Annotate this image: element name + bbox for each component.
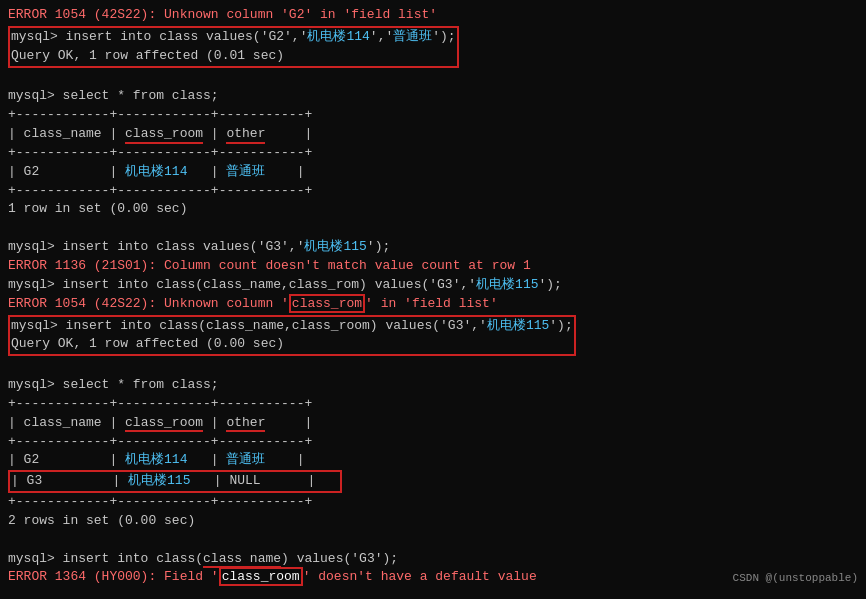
terminal-content: ERROR 1054 (42S22): Unknown column 'G2' … — [8, 6, 858, 587]
error-unknown-col: ERROR 1054 (42S22): Unknown column 'clas… — [8, 294, 498, 313]
table-border-2: +------------+------------+-----------+ — [8, 145, 312, 160]
table-row-g2: | G2 | 机电楼114 | 普通班 | — [8, 452, 304, 467]
select-prompt-2: mysql> select * from class; — [8, 377, 219, 392]
table-border-1: +------------+------------+-----------+ — [8, 107, 312, 122]
highlighted-block-2: mysql> insert into class(class_name,clas… — [8, 315, 576, 357]
highlighted-block-1: mysql> insert into class values('G2','机电… — [8, 26, 459, 68]
insert-prompt-g3-fail2: mysql> insert into class(class_name,clas… — [8, 277, 562, 292]
insert-prompt-g3-fail1: mysql> insert into class values('G3','机电… — [8, 239, 390, 254]
select-prompt-1: mysql> select * from class; — [8, 88, 219, 103]
rowcount-1: 1 row in set (0.00 sec) — [8, 201, 187, 216]
rowcount-2: 2 rows in set (0.00 sec) — [8, 513, 195, 528]
table-border-4: +------------+------------+-----------+ — [8, 396, 312, 411]
table-border-5: +------------+------------+-----------+ — [8, 434, 312, 449]
error-default-value: ERROR 1364 (HY000): Field 'class_room' d… — [8, 567, 537, 586]
line-error-1: ERROR 1054 (42S22): Unknown column 'G2' … — [8, 7, 437, 22]
insert-prompt-classname: mysql> insert into class(class name) val… — [8, 551, 398, 568]
table-border-6: +------------+------------+-----------+ — [8, 494, 312, 509]
table-header-2: | class_name | class_room | other | — [8, 415, 312, 432]
terminal-window: ERROR 1054 (42S22): Unknown column 'G2' … — [0, 0, 866, 599]
table-header-1: | class_name | class_room | other | — [8, 126, 312, 144]
error-col-count: ERROR 1136 (21S01): Column count doesn't… — [8, 258, 531, 273]
table-border-3: +------------+------------+-----------+ — [8, 183, 312, 198]
table-row-1: | G2 | 机电楼114 | 普通班 | — [8, 164, 304, 179]
watermark: CSDN @(unstoppable) — [733, 571, 858, 587]
table-row-g3: | G3 | 机电楼115 | NULL | — [8, 470, 342, 493]
